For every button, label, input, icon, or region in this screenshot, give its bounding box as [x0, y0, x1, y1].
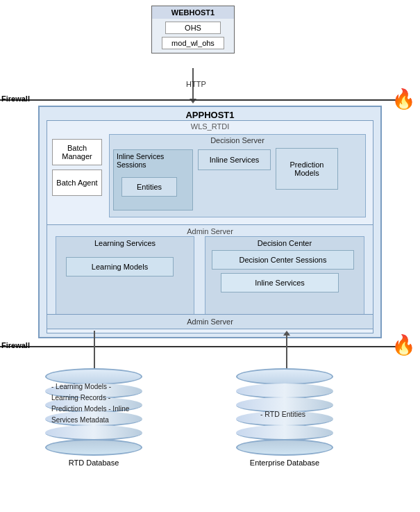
rtd-db-content: - Learning Models - Learning Records - P… [49, 379, 139, 429]
firewall-line-bottom [0, 346, 396, 347]
webhost-title: WEBHOST1 [152, 6, 234, 19]
diagram-container: WEBHOST1 OHS mod_wl_ohs HTTP Firewall 🔥 … [0, 0, 420, 512]
flame-icon-top: 🔥 [392, 88, 416, 110]
enterprise-db-label: Enterprise Database [236, 459, 333, 467]
iss-label: Inline Services Sessions [114, 150, 192, 170]
batch-manager-box: Batch Manager [52, 139, 102, 165]
firewall-label-bottom: Firewall [1, 341, 30, 349]
decision-center-sessions-box: Decision Center Sessions [212, 250, 354, 270]
arrow-to-rtd-line [94, 331, 95, 371]
arrow-from-enterprise-head [283, 331, 290, 336]
admin-server-bottom-box: Admin Server [47, 314, 373, 329]
firewall-label-top: Firewall [1, 94, 30, 103]
mod-box: mod_wl_ohs [162, 37, 224, 49]
rtd-db-label: RTD Database [45, 459, 142, 467]
entities-box: Entities [121, 177, 177, 197]
ent-cyl-top [236, 368, 333, 385]
wls-title: WLS_RTDI [47, 121, 373, 132]
batch-agent-box: Batch Agent [52, 170, 102, 196]
ohs-box: OHS [165, 22, 221, 34]
webhost-box: WEBHOST1 OHS mod_wl_ohs [151, 6, 235, 53]
ent-cyl-bottom [236, 439, 333, 456]
cyl-bottom [45, 439, 142, 456]
decision-server-title: Decision Server [110, 135, 365, 146]
arrow-from-enterprise-line [286, 333, 287, 371]
inline-services-dc-box: Inline Services [221, 273, 339, 292]
ent-cyl-band-1 [236, 383, 333, 399]
http-label: HTTP [186, 80, 206, 88]
ent-cyl-band-4 [236, 425, 333, 440]
apphost-title: APPHOST1 [40, 107, 380, 120]
decision-center-title: Decision Center [205, 237, 364, 249]
prediction-models-box: Prediction Models [276, 148, 338, 190]
learning-services-title: Learning Services [56, 237, 194, 249]
flame-icon-bottom: 🔥 [392, 333, 416, 356]
firewall-line-top [0, 99, 396, 101]
enterprise-db-content: - RTD Entities [243, 410, 323, 418]
learning-models-box: Learning Models [66, 257, 174, 276]
inline-services-ds-box: Inline Services [198, 149, 271, 170]
